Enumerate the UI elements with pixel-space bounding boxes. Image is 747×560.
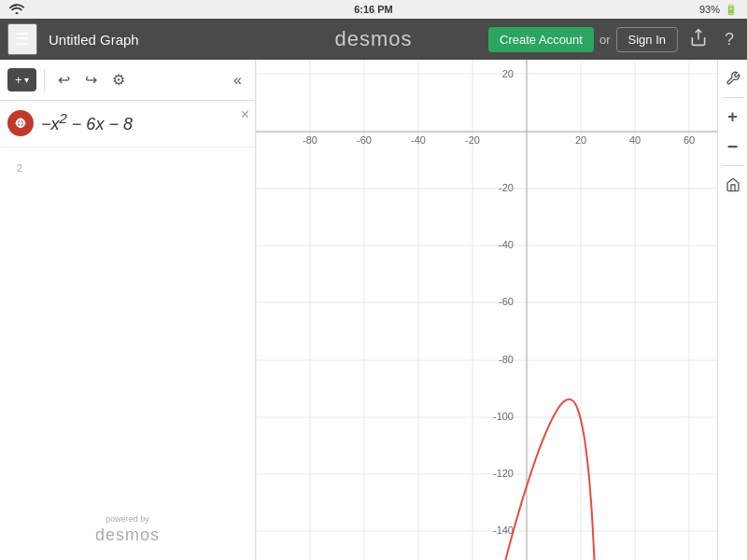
wifi-icon (9, 3, 24, 16)
battery-level: 93% (699, 4, 720, 15)
expression-row-2: 2 (0, 147, 255, 185)
toolbar-separator-2 (722, 165, 744, 166)
sign-in-button[interactable]: Sign In (616, 27, 678, 52)
powered-by: powered by desmos (95, 514, 160, 545)
expression-row-1: −x2 − 6x − 8 × (0, 101, 255, 147)
share-button[interactable] (684, 24, 713, 55)
svg-text:-20: -20 (465, 134, 480, 146)
expression-toolbar: + ▾ ↩ ↪ ⚙ « (0, 60, 255, 101)
row-number-2: 2 (7, 159, 26, 174)
status-bar: 6:16 PM 93% 🔋 (0, 0, 747, 19)
graph-canvas[interactable]: -80 -60 -40 -20 20 40 60 20 -20 -40 -60 … (256, 60, 717, 560)
svg-text:40: 40 (629, 134, 641, 146)
svg-text:-140: -140 (493, 525, 514, 536)
svg-text:-40: -40 (499, 239, 514, 250)
undo-button[interactable]: ↩ (52, 67, 76, 92)
remove-expression-1-button[interactable]: × (241, 106, 249, 123)
svg-text:-60: -60 (499, 296, 514, 307)
zoom-out-button[interactable]: − (720, 133, 746, 160)
toolbar-separator-1 (722, 97, 744, 98)
expression-formula-1[interactable]: −x2 − 6x − 8 (41, 108, 247, 134)
battery-icon: 🔋 (725, 4, 738, 16)
add-expression-button[interactable]: + ▾ (7, 68, 36, 91)
desmos-logo: desmos (334, 27, 412, 51)
home-view-button[interactable] (720, 172, 746, 198)
zoom-in-button[interactable]: + (720, 104, 746, 130)
nav-bar: ☰ Untitled Graph desmos Create Account o… (0, 19, 747, 60)
svg-text:-40: -40 (411, 134, 426, 146)
redo-button[interactable]: ↪ (79, 67, 103, 92)
left-panel: + ▾ ↩ ↪ ⚙ « −x2 − 6x − 8 × (0, 60, 256, 560)
svg-text:-80: -80 (303, 134, 317, 146)
menu-button[interactable]: ☰ (7, 23, 37, 55)
graph-title: Untitled Graph (49, 32, 139, 48)
svg-text:-120: -120 (493, 468, 514, 479)
svg-text:20: 20 (502, 68, 514, 79)
graph-area[interactable]: -80 -60 -40 -20 20 40 60 20 -20 -40 -60 … (256, 60, 717, 560)
svg-text:20: 20 (575, 134, 586, 146)
help-button[interactable]: ? (719, 26, 740, 53)
svg-text:-20: -20 (499, 182, 514, 193)
svg-rect-2 (256, 60, 717, 560)
svg-text:-100: -100 (493, 411, 514, 422)
powered-by-text: powered by (95, 514, 160, 524)
or-text: or (599, 33, 611, 47)
status-time: 6:16 PM (354, 4, 393, 15)
svg-text:-80: -80 (499, 354, 514, 365)
expression-icon-1 (7, 110, 34, 136)
right-toolbar: + − (717, 60, 747, 560)
main-area: + ▾ ↩ ↪ ⚙ « −x2 − 6x − 8 × (0, 60, 747, 560)
plus-icon: + (15, 73, 22, 87)
powered-by-logo: desmos (95, 525, 160, 544)
toolbar-separator (44, 69, 45, 91)
add-chevron: ▾ (24, 75, 29, 85)
create-account-button[interactable]: Create Account (488, 27, 594, 52)
collapse-panel-button[interactable]: « (228, 68, 247, 92)
svg-text:60: 60 (684, 134, 695, 146)
svg-text:-60: -60 (357, 134, 372, 146)
settings-button[interactable]: ⚙ (106, 67, 131, 92)
nav-right: Create Account or Sign In ? (488, 24, 740, 55)
wrench-button[interactable] (720, 65, 746, 91)
